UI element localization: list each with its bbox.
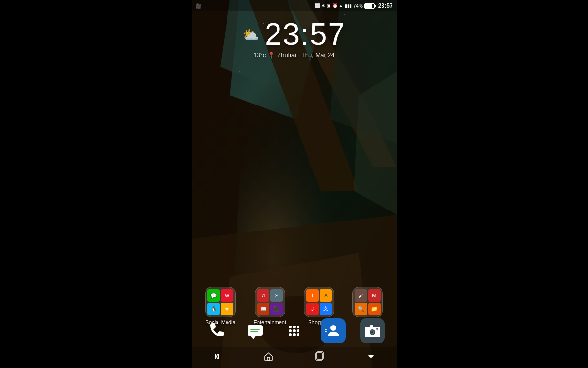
svg-point-38 — [371, 331, 373, 333]
svg-marker-20 — [250, 336, 256, 339]
app-taobao: T — [306, 289, 319, 302]
svg-point-23 — [289, 326, 292, 328]
clock-location: 13°c 📍 Zhuhai · Thu, Mar 24 — [253, 52, 335, 59]
bluetooth-icon: ✱ — [321, 3, 325, 8]
nav-menu-button[interactable] — [362, 347, 380, 368]
weather-cloud-icon: ⛅ — [242, 27, 259, 42]
camera-status-icon: 🎥 — [196, 3, 201, 9]
svg-rect-19 — [248, 325, 263, 336]
svg-rect-34 — [325, 331, 327, 332]
app-read: 📖 — [257, 303, 269, 315]
temperature-display: 13°c — [253, 52, 266, 59]
svg-point-30 — [293, 333, 296, 336]
svg-point-27 — [293, 329, 296, 332]
battery-icon — [364, 3, 375, 9]
phone-screen: 🎥 ⬜ ✱ ▣ ⏰ ▲ ▮▮▮ 74% 23:57 ⛅ 23:57 13°c 📍… — [192, 0, 397, 368]
svg-marker-41 — [265, 353, 272, 360]
folder-tools-grid: 🖌 M 🔍 📁 — [352, 287, 383, 317]
contacts-icon — [321, 318, 346, 343]
location-text: Zhuhai · Thu, Mar 24 — [277, 52, 334, 59]
sim-icon: ▣ — [327, 3, 331, 8]
svg-rect-33 — [325, 329, 327, 330]
app-cut: ✂ — [270, 289, 283, 302]
svg-rect-39 — [370, 325, 373, 328]
network-icon: ▲ — [339, 3, 343, 8]
app-market: M — [368, 289, 381, 302]
clock-display: 23:57 — [265, 19, 346, 50]
status-right-icons: ⬜ ✱ ▣ ⏰ ▲ ▮▮▮ 74% 23:57 — [315, 2, 393, 9]
status-left-icons: 🎥 — [196, 3, 201, 9]
svg-rect-22 — [250, 331, 258, 332]
dock — [192, 315, 397, 347]
svg-rect-21 — [250, 329, 260, 330]
svg-point-18 — [239, 71, 240, 72]
phone-icon — [204, 318, 228, 343]
app-jd: J — [306, 303, 319, 315]
camera-icon — [360, 318, 385, 343]
app-files: 📁 — [368, 303, 381, 315]
clock-widget: ⛅ 23:57 13°c 📍 Zhuhai · Thu, Mar 24 — [192, 19, 397, 59]
dock-messages[interactable] — [243, 318, 268, 343]
nav-home-button[interactable] — [259, 347, 278, 368]
battery-percent: 74% — [353, 3, 363, 9]
dock-all-apps[interactable] — [282, 318, 307, 343]
svg-rect-42 — [267, 357, 270, 360]
app-amazon: A — [320, 289, 332, 302]
folder-entertainment-grid: ♫ ✂ 📖 ⬛ — [255, 287, 285, 317]
svg-point-29 — [289, 333, 292, 336]
app-music: ♫ — [257, 289, 269, 302]
alarm-icon: ⏰ — [332, 3, 338, 8]
folder-social-media-grid: 💬 W 🐧 ★ — [205, 287, 236, 317]
svg-point-40 — [376, 328, 378, 330]
svg-marker-45 — [368, 355, 374, 359]
location-pin-icon: 📍 — [268, 52, 275, 59]
app-qq: 🐧 — [207, 303, 220, 315]
screen-icon: ⬜ — [315, 3, 320, 8]
dock-contacts[interactable] — [321, 318, 346, 343]
app-purple: ⬛ — [270, 303, 283, 315]
dock-phone[interactable] — [204, 318, 228, 343]
svg-point-24 — [293, 326, 296, 328]
dock-camera[interactable] — [360, 318, 385, 343]
svg-point-15 — [344, 14, 345, 15]
svg-point-31 — [297, 333, 299, 336]
all-apps-icon — [282, 318, 307, 343]
bottom-nav — [192, 347, 397, 368]
app-weibo: W — [221, 289, 233, 302]
nav-recents-button[interactable] — [310, 347, 329, 368]
signal-bars: ▮▮▮ — [345, 3, 352, 8]
svg-point-32 — [330, 325, 336, 331]
svg-point-28 — [297, 329, 299, 332]
app-lookup: 🔍 — [355, 303, 367, 315]
svg-point-25 — [297, 326, 299, 328]
messages-icon — [243, 318, 268, 343]
app-alipay: 支 — [320, 303, 332, 315]
nav-back-button[interactable] — [208, 347, 226, 368]
folder-shopping-grid: T A J 支 — [304, 287, 334, 317]
app-wechat: 💬 — [207, 289, 220, 302]
status-time: 23:57 — [378, 2, 393, 9]
app-paint: 🖌 — [355, 289, 367, 302]
svg-point-26 — [289, 329, 292, 332]
status-bar: 🎥 ⬜ ✱ ▣ ⏰ ▲ ▮▮▮ 74% 23:57 — [192, 0, 397, 11]
app-qzone: ★ — [221, 303, 233, 315]
